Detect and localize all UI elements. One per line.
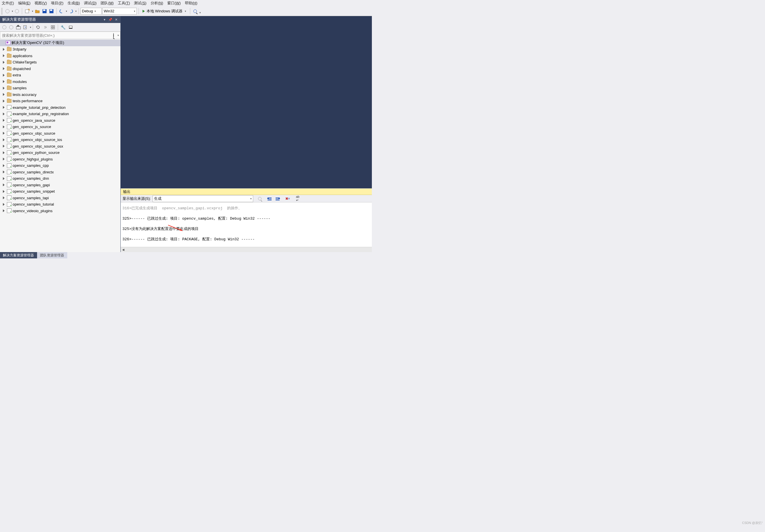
output-indent-right-button[interactable] [275, 195, 281, 202]
expander-icon[interactable] [3, 183, 5, 186]
output-indent-left-button[interactable] [267, 195, 273, 202]
tree-project[interactable]: gen_opencv_java_source [0, 117, 120, 124]
se-preview-button[interactable] [67, 24, 74, 31]
tree-project[interactable]: gen_opencv_python_source [0, 149, 120, 156]
tree-project[interactable]: opencv_samples_snippet [0, 188, 120, 195]
tree-folder[interactable]: applications [0, 53, 120, 59]
tree-folder[interactable]: 3rdparty [0, 46, 120, 53]
menu-analyze[interactable]: 分析(N) [151, 1, 163, 6]
tree-project[interactable]: gen_opencv_objc_source [0, 130, 120, 136]
tab-solution-explorer[interactable]: 解决方案资源管理器 [0, 252, 37, 258]
expander-icon[interactable] [3, 209, 5, 212]
scroll-left-icon[interactable]: ◀ [121, 247, 126, 252]
tree-project[interactable]: example_tutorial_pnp_detection [0, 104, 120, 111]
solution-root-node[interactable]: 解决方案'OpenCV' (327 个项目) [0, 40, 120, 46]
expander-icon[interactable] [3, 145, 5, 147]
tree-folder[interactable]: tests accuracy [0, 91, 120, 98]
panel-dropdown-icon[interactable]: ▾ [103, 18, 107, 22]
tree-folder[interactable]: samples [0, 85, 120, 92]
se-forward-button[interactable] [8, 24, 14, 31]
tree-folder[interactable]: CMakeTargets [0, 59, 120, 66]
expander-icon[interactable] [3, 100, 5, 103]
tree-project[interactable]: opencv_highgui_plugins [0, 156, 120, 162]
redo-button[interactable] [68, 8, 74, 15]
expander-icon[interactable] [3, 48, 5, 51]
search-caret[interactable]: ▾ [118, 34, 119, 37]
expander-icon[interactable] [3, 119, 5, 122]
expander-icon[interactable] [3, 61, 5, 64]
tree-project[interactable]: opencv_samples_dnn [0, 175, 120, 182]
start-debug-button[interactable]: 本地 Windows 调试器▾ [141, 8, 188, 15]
expander-icon[interactable] [3, 203, 5, 206]
tree-project[interactable]: opencv_samples_gapi [0, 182, 120, 188]
output-h-scrollbar[interactable]: ◀ [121, 247, 372, 252]
save-all-button[interactable] [48, 8, 55, 15]
expander-icon[interactable] [3, 196, 5, 199]
output-clear-button[interactable]: ✖≡ [284, 195, 291, 202]
output-text[interactable]: 316>已完成生成项目 opencv_samples_gapi.vcxproj … [121, 202, 372, 247]
se-collapse-button[interactable] [42, 24, 49, 31]
expander-icon[interactable] [3, 93, 5, 96]
undo-caret[interactable]: ▾ [66, 10, 67, 13]
se-back-button[interactable] [1, 24, 7, 31]
tree-folder[interactable]: extra [0, 72, 120, 79]
se-refresh-button[interactable] [35, 24, 41, 31]
se-sync-button[interactable] [22, 24, 29, 31]
solution-search-box[interactable]: ▾ [0, 32, 120, 39]
tree-project[interactable]: gen_opencv_objc_source_osx [0, 143, 120, 149]
tree-project[interactable]: opencv_samples_cpp [0, 162, 120, 169]
output-source-dropdown[interactable]: 生成▾ [153, 195, 253, 202]
menu-window[interactable]: 窗口(W) [167, 1, 181, 6]
menu-team[interactable]: 团队(M) [101, 1, 114, 6]
new-project-button[interactable] [24, 8, 31, 15]
close-icon[interactable]: ✕ [114, 18, 118, 22]
solution-search-input[interactable] [0, 33, 111, 38]
expander-icon[interactable] [3, 151, 5, 154]
menu-help[interactable]: 帮助(H) [185, 1, 198, 6]
nav-back-button[interactable] [4, 8, 11, 15]
expander-icon[interactable] [3, 67, 5, 70]
expander-icon[interactable] [3, 170, 5, 173]
undo-button[interactable] [58, 8, 65, 15]
expander-icon[interactable] [3, 87, 5, 90]
pin-icon[interactable]: 📌 [108, 18, 112, 22]
menu-tools[interactable]: 工具(T) [118, 1, 130, 6]
expander-icon[interactable] [3, 113, 5, 116]
expander-icon[interactable] [3, 80, 5, 83]
menu-view[interactable]: 视图(V) [35, 1, 47, 6]
expander-icon[interactable] [3, 138, 5, 141]
tab-team-explorer[interactable]: 团队资源管理器 [37, 252, 67, 258]
expander-icon[interactable] [3, 132, 5, 134]
tree-folder[interactable]: modules [0, 78, 120, 85]
tree-project[interactable]: opencv_samples_tutorial [0, 201, 120, 208]
expander-icon[interactable] [3, 157, 5, 160]
toolbar-overflow[interactable]: ▾ [200, 11, 201, 14]
expander-icon[interactable] [3, 54, 5, 57]
menu-edit[interactable]: 编辑(E) [18, 1, 30, 6]
expander-icon[interactable] [3, 177, 5, 180]
tree-folder[interactable]: tests performance [0, 98, 120, 105]
tree-project[interactable]: gen_opencv_objc_source_ios [0, 136, 120, 143]
output-header[interactable]: 输出 [121, 189, 372, 195]
nav-back-caret[interactable]: ▾ [12, 10, 13, 13]
expander-icon[interactable] [3, 126, 5, 128]
tree-project[interactable]: opencv_samples_tapi [0, 195, 120, 201]
menu-build[interactable]: 生成(B) [68, 1, 80, 6]
platform-dropdown[interactable]: Win32▾ [102, 8, 137, 15]
se-home-button[interactable] [15, 24, 21, 31]
output-wrap-button[interactable]: ab↵ [295, 195, 301, 202]
new-project-caret[interactable]: ▾ [32, 10, 33, 13]
tree-project[interactable]: example_tutorial_pnp_registration [0, 111, 120, 118]
output-find-button[interactable] [257, 195, 263, 202]
redo-caret[interactable]: ▾ [75, 10, 77, 13]
tree-project[interactable]: opencv_samples_directx [0, 169, 120, 175]
find-in-files-button[interactable] [192, 8, 198, 15]
menu-debug[interactable]: 调试(D) [84, 1, 97, 6]
expander-icon[interactable] [3, 190, 5, 193]
expander-icon[interactable] [3, 164, 5, 167]
save-button[interactable] [41, 8, 48, 15]
se-properties-button[interactable]: 🔧 [60, 24, 67, 31]
expander-icon[interactable] [3, 74, 5, 77]
solution-tree[interactable]: 解决方案'OpenCV' (327 个项目) 3rdparty applicat… [0, 39, 120, 252]
menu-test[interactable]: 测试(S) [134, 1, 146, 6]
